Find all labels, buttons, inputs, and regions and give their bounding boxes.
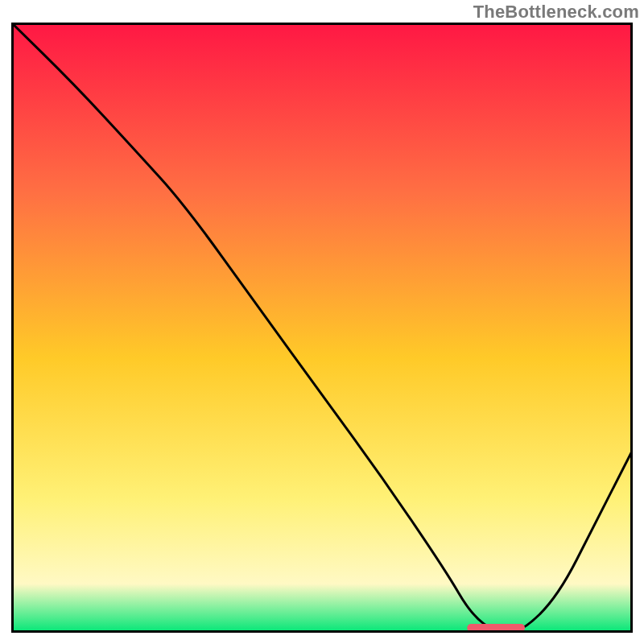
chart-container: TheBottleneck.com — [0, 0, 644, 644]
plot-area — [11, 23, 633, 633]
watermark-text: TheBottleneck.com — [473, 2, 639, 23]
gradient-background — [11, 23, 633, 633]
chart-svg — [11, 23, 633, 633]
